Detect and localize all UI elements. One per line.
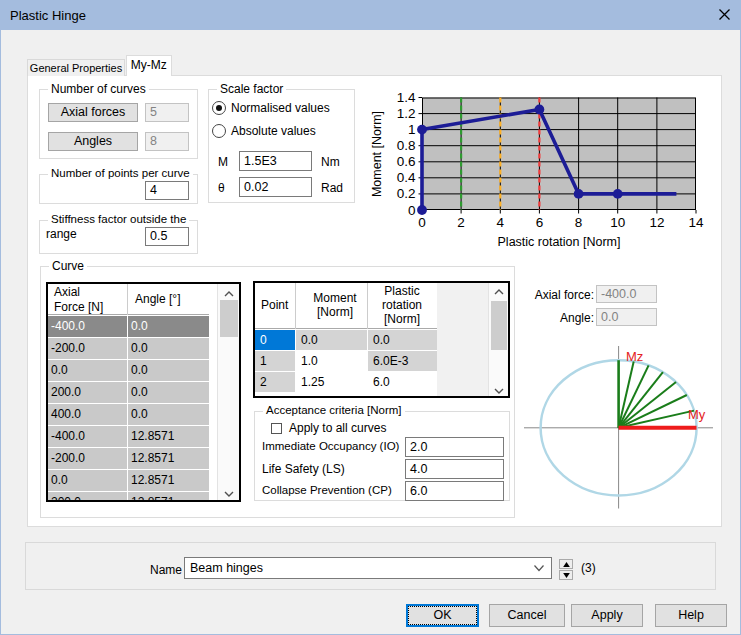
svg-text:6: 6 bbox=[536, 215, 544, 230]
svg-text:1.2: 1.2 bbox=[397, 106, 416, 121]
svg-text:12: 12 bbox=[649, 215, 664, 230]
svg-text:My: My bbox=[688, 407, 706, 422]
svg-text:2: 2 bbox=[457, 215, 465, 230]
svg-text:0.6: 0.6 bbox=[397, 154, 416, 169]
svg-text:14: 14 bbox=[688, 215, 704, 230]
svg-text:1: 1 bbox=[408, 122, 416, 137]
svg-text:8: 8 bbox=[575, 215, 583, 230]
svg-text:0: 0 bbox=[418, 215, 426, 230]
svg-text:0: 0 bbox=[408, 203, 416, 218]
svg-text:1.4: 1.4 bbox=[397, 90, 416, 105]
svg-text:4: 4 bbox=[497, 215, 505, 230]
svg-text:0.2: 0.2 bbox=[397, 186, 416, 201]
svg-text:Plastic rotation [Norm]: Plastic rotation [Norm] bbox=[498, 235, 621, 249]
svg-text:Moment [Norm]: Moment [Norm] bbox=[371, 111, 384, 197]
svg-text:Mz: Mz bbox=[626, 349, 643, 364]
svg-text:10: 10 bbox=[610, 215, 625, 230]
svg-text:0.4: 0.4 bbox=[397, 170, 416, 185]
svg-text:0.8: 0.8 bbox=[397, 138, 416, 153]
